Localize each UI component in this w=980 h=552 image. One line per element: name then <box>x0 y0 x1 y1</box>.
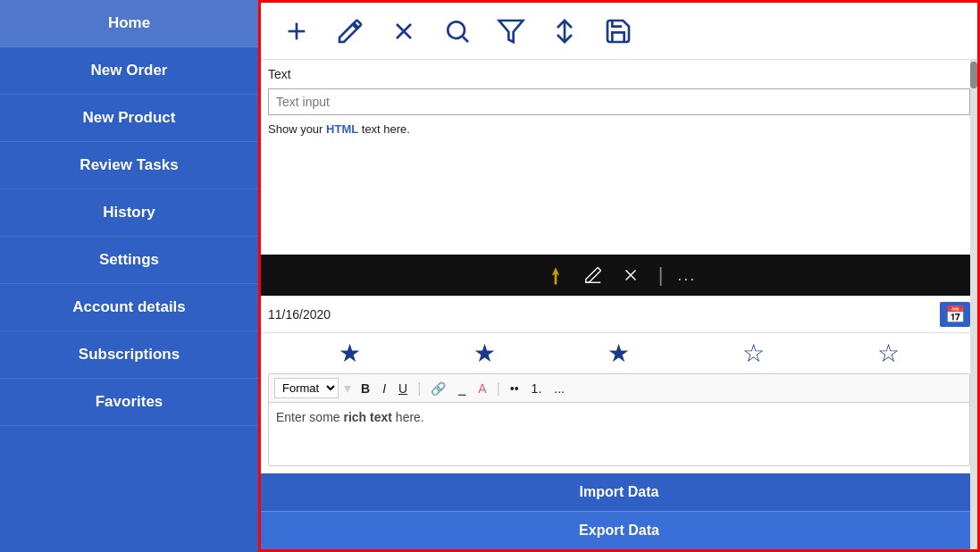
white-canvas-area <box>261 139 977 247</box>
main-content: Text Show your HTML text here. <box>258 0 980 552</box>
rte-ol-button[interactable]: 1. <box>527 380 547 397</box>
search-icon[interactable] <box>443 17 472 46</box>
svg-marker-6 <box>499 21 524 42</box>
draw-more-icon[interactable]: ... <box>677 266 696 285</box>
date-value: 11/16/2020 <box>268 307 331 322</box>
draw-separator: | <box>655 263 667 287</box>
main-toolbar <box>261 3 977 60</box>
export-data-button[interactable]: Export Data <box>261 511 977 549</box>
import-data-button[interactable]: Import Data <box>261 473 977 511</box>
svg-point-9 <box>555 282 557 284</box>
filter-icon[interactable] <box>497 17 525 46</box>
sidebar-item-new-order[interactable]: New Order <box>0 47 258 95</box>
rte-bold-button[interactable]: B <box>356 380 374 397</box>
bottom-buttons: Import Data Export Data <box>261 473 977 549</box>
rte-rich-text: rich text <box>343 410 391 424</box>
pen-nib-icon[interactable] <box>542 262 569 289</box>
star-2[interactable]: ★ <box>473 339 496 368</box>
eraser-icon[interactable] <box>580 262 607 289</box>
sidebar-item-review-tasks[interactable]: Review Tasks <box>0 142 258 189</box>
rte-ul-button[interactable]: •• <box>506 380 524 397</box>
html-preview-suffix: text here. <box>358 122 410 136</box>
rte-italic-button[interactable]: I <box>378 380 390 397</box>
svg-point-4 <box>448 21 465 38</box>
star-1[interactable]: ★ <box>339 339 361 368</box>
text-input[interactable] <box>268 88 970 115</box>
rte-link-button[interactable]: 🔗 <box>426 380 450 397</box>
drawing-toolbar: | ... <box>261 255 977 296</box>
rte-prefix: Enter some <box>276 410 343 424</box>
scrollbar-track <box>970 60 977 549</box>
html-preview: Show your HTML text here. <box>268 122 970 136</box>
save-icon[interactable] <box>604 17 632 46</box>
star-5[interactable]: ☆ <box>877 339 900 368</box>
star-3[interactable]: ★ <box>607 339 630 368</box>
rte-suffix: here. <box>392 410 424 424</box>
sidebar-item-subscriptions[interactable]: Subscriptions <box>0 331 258 379</box>
rte-color-button[interactable]: A <box>473 380 490 397</box>
content-area: Text Show your HTML text here. <box>261 60 977 549</box>
sidebar-item-home[interactable]: Home <box>0 0 258 47</box>
star-4[interactable]: ☆ <box>742 339 765 368</box>
rte-unlink-button[interactable]: ⎯ <box>454 380 470 397</box>
sidebar-item-settings[interactable]: Settings <box>0 237 258 284</box>
stars-row: ★ ★ ★ ☆ ☆ <box>261 333 977 373</box>
date-row: 11/16/2020 📅 <box>261 296 977 333</box>
add-icon[interactable] <box>282 17 311 46</box>
text-label: Text <box>261 60 977 85</box>
rte-sep2: | <box>417 381 421 397</box>
drawing-close-icon[interactable] <box>617 262 644 289</box>
html-preview-prefix: Show your <box>268 122 326 136</box>
edit-icon[interactable] <box>336 17 364 46</box>
rte-more-button[interactable]: ... <box>549 380 569 397</box>
rte-toolbar: Format ▾ B I U | 🔗 ⎯ A | •• 1. ... <box>269 374 969 403</box>
scrollbar-thumb[interactable] <box>970 62 977 88</box>
sidebar-item-account-details[interactable]: Account details <box>0 284 258 331</box>
svg-line-5 <box>463 37 468 42</box>
sidebar-item-favorites[interactable]: Favorites <box>0 379 258 426</box>
format-select[interactable]: Format <box>274 378 339 398</box>
rte-content-area[interactable]: Enter some rich text here. <box>269 403 969 465</box>
rte-underline-button[interactable]: U <box>394 380 412 397</box>
rte-sep1: ▾ <box>344 380 351 397</box>
html-link[interactable]: HTML <box>326 122 358 136</box>
rte-sep3: | <box>497 381 500 397</box>
calendar-icon[interactable]: 📅 <box>940 302 970 327</box>
rich-text-editor: Format ▾ B I U | 🔗 ⎯ A | •• 1. ... Enter… <box>268 373 970 466</box>
sidebar-item-new-product[interactable]: New Product <box>0 95 258 142</box>
sidebar: Home New Order New Product Review Tasks … <box>0 0 258 552</box>
sort-icon[interactable] <box>550 17 579 46</box>
svg-rect-8 <box>555 273 557 282</box>
sidebar-item-history[interactable]: History <box>0 189 258 237</box>
close-icon[interactable] <box>389 17 418 46</box>
